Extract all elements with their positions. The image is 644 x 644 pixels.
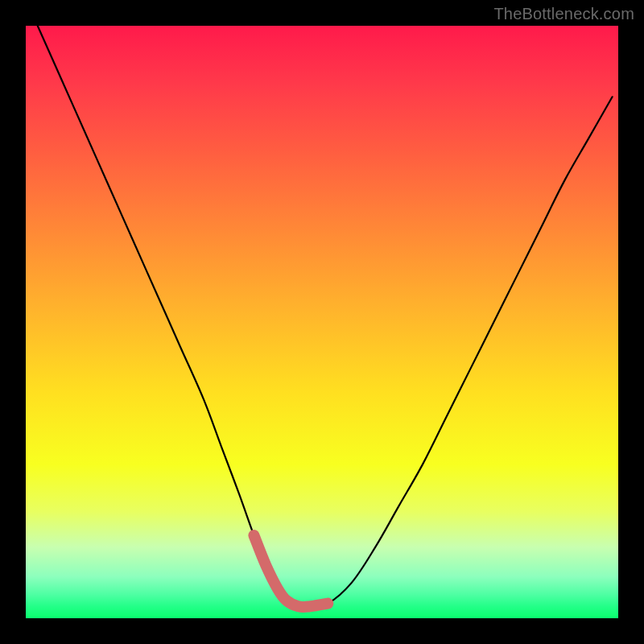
highlight-curve-path [254, 535, 328, 607]
plot-area [26, 26, 618, 618]
chart-curves [26, 26, 618, 618]
main-curve-path [38, 26, 613, 607]
watermark-text: TheBottleneck.com [493, 5, 634, 23]
chart-frame: TheBottleneck.com [0, 0, 644, 644]
